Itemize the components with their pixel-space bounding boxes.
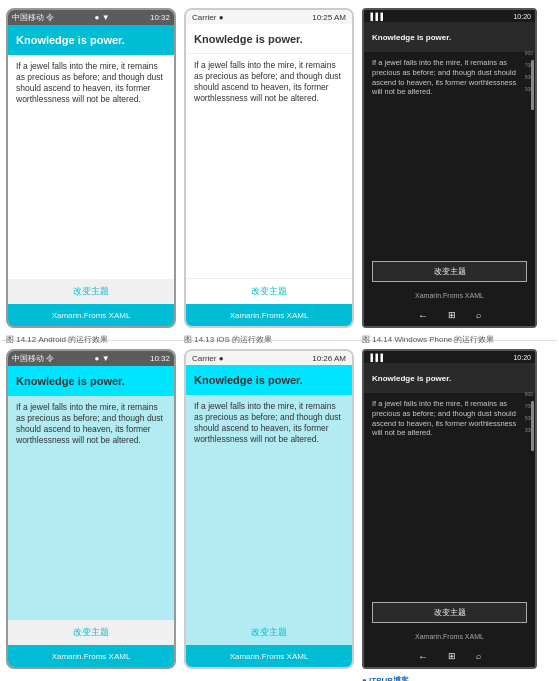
android-content-r2: If a jewel falls into the mire, it remai… bbox=[8, 396, 174, 620]
wp-header-r1: Knowledge is power. bbox=[364, 22, 535, 52]
ios-status-time-r2: 10:26 AM bbox=[312, 354, 346, 363]
ios-status-left-r1: Carrier ● bbox=[192, 13, 224, 22]
caption-ios-r1: 图 14.13 iOS 的运行效果 bbox=[184, 334, 354, 345]
wp-back-icon-r2[interactable]: ← bbox=[418, 651, 428, 662]
status-time-r1-android: 10:32 bbox=[150, 13, 170, 22]
wp-status-bar-r2: ▐▐▐ 10:20 bbox=[364, 351, 535, 363]
caption-android-r1: 图 14.12 Android 的运行效果 bbox=[6, 334, 176, 345]
wp-content-r2: If a jewel falls into the mire, it remai… bbox=[364, 393, 535, 598]
wp-phone-row2: ▐▐▐ 10:20 Knowledge is power. If a jewel… bbox=[358, 345, 541, 681]
wp-search-icon-r2[interactable]: ⌕ bbox=[476, 651, 481, 661]
ios-status-left-r2: Carrier ● bbox=[192, 354, 224, 363]
ios-footer-r1: Xamarin.Froms XAML bbox=[186, 304, 352, 326]
caption-wp-r1: 图 14.14 Windows Phone 的运行效果 bbox=[362, 334, 537, 345]
wp-nav-bar-r1: ← ⊞ ⌕ bbox=[364, 304, 535, 326]
wp-footer-r1: Xamarin.Froms XAML bbox=[364, 286, 535, 304]
caption-wp-r2: ● ITPUB博客 bbox=[362, 675, 537, 681]
wp-change-theme-r2[interactable]: 改变主题 bbox=[372, 602, 527, 623]
status-left-r1-android: 中国移动 令 bbox=[12, 12, 54, 23]
wp-status-time-r2: 10:20 bbox=[513, 354, 531, 361]
ios-content-r2: If a jewel falls into the mire, it remai… bbox=[186, 395, 352, 620]
android-footer-r2: Xamarin.Froms XAML bbox=[8, 645, 174, 667]
wp-phone-row1: ▐▐▐ 10:20 Knowledge is power. If a jewel… bbox=[358, 4, 541, 345]
android-status-bar-r2: 中国移动 令 ● ▼ 10:32 bbox=[8, 351, 174, 366]
wp-windows-icon[interactable]: ⊞ bbox=[448, 310, 456, 320]
wp-header-r2: Knowledge is power. bbox=[364, 363, 535, 393]
wp-status-bar-r1: ▐▐▐ 10:20 bbox=[364, 10, 535, 22]
android-content-r1: If a jewel falls into the mire, it remai… bbox=[8, 55, 174, 279]
status-time-r2-android: 10:32 bbox=[150, 354, 170, 363]
ios-phone-row2: Carrier ● 10:26 AM Knowledge is power. I… bbox=[180, 345, 358, 673]
ios-status-time-r1: 10:25 AM bbox=[312, 13, 346, 22]
wp-signal-r2: ▐▐▐ bbox=[368, 354, 383, 361]
android-header-r2: Knowledge is power. bbox=[8, 366, 174, 396]
ios-status-bar-r1: Carrier ● 10:25 AM bbox=[186, 10, 352, 24]
signal-icons-r2: ● ▼ bbox=[95, 354, 110, 363]
ios-content-r1: If a jewel falls into the mire, it remai… bbox=[186, 54, 352, 278]
ios-footer-r2: Xamarin.Froms XAML bbox=[186, 645, 352, 667]
android-change-theme-r2[interactable]: 改变主题 bbox=[8, 620, 174, 645]
ios-phone-row1: Carrier ● 10:25 AM Knowledge is power. I… bbox=[180, 4, 358, 345]
wp-footer-r2: Xamarin.Froms XAML bbox=[364, 627, 535, 645]
android-change-theme-r1[interactable]: 改变主题 bbox=[8, 279, 174, 304]
android-phone-row2: 中国移动 令 ● ▼ 10:32 Knowledge is power. If … bbox=[2, 345, 180, 673]
wp-back-icon[interactable]: ← bbox=[418, 310, 428, 321]
ios-change-theme-r1[interactable]: 改变主题 bbox=[186, 278, 352, 304]
wp-signal-r1: ▐▐▐ bbox=[368, 13, 383, 20]
android-footer-r1: Xamarin.Froms XAML bbox=[8, 304, 174, 326]
wp-nav-bar-r2: ← ⊞ ⌕ bbox=[364, 645, 535, 667]
android-phone-row1: 中国移动 令 ● ▼ 10:32 Knowledge is power. If … bbox=[2, 4, 180, 345]
signal-icons: ● ▼ bbox=[95, 13, 110, 22]
ios-change-theme-r2[interactable]: 改变主题 bbox=[186, 620, 352, 645]
wp-change-theme-r1[interactable]: 改变主题 bbox=[372, 261, 527, 282]
wp-content-r1: If a jewel falls into the mire, it remai… bbox=[364, 52, 535, 257]
ios-header-r1: Knowledge is power. bbox=[186, 24, 352, 54]
ios-status-bar-r2: Carrier ● 10:26 AM bbox=[186, 351, 352, 365]
wp-status-time-r1: 10:20 bbox=[513, 13, 531, 20]
android-status-bar-r1: 中国移动 令 ● ▼ 10:32 bbox=[8, 10, 174, 25]
status-left-r2-android: 中国移动 令 bbox=[12, 353, 54, 364]
wp-windows-icon-r2[interactable]: ⊞ bbox=[448, 651, 456, 661]
ios-header-r2: Knowledge is power. bbox=[186, 365, 352, 395]
android-header-r1: Knowledge is power. bbox=[8, 25, 174, 55]
wp-search-icon[interactable]: ⌕ bbox=[476, 310, 481, 320]
